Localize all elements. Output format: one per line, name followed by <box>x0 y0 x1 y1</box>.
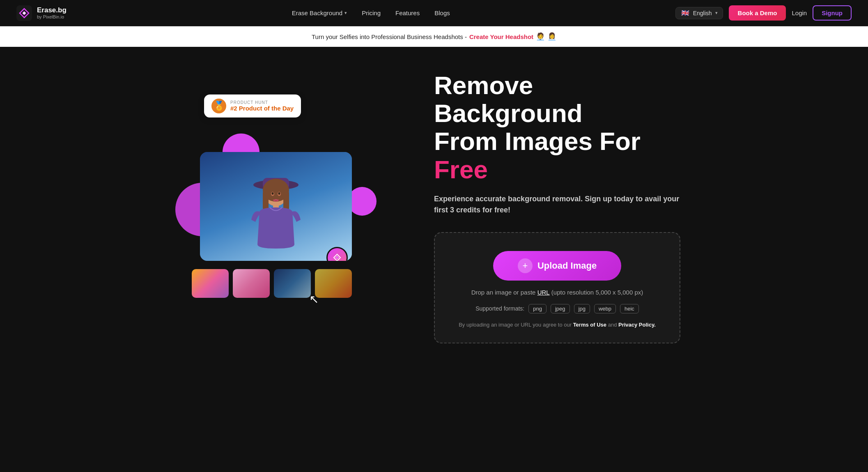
language-selector[interactable]: 🇬🇧 English ▾ <box>675 7 723 19</box>
chevron-down-icon: ▾ <box>344 10 347 16</box>
decorative-circle-4 <box>348 187 377 216</box>
hero-heading-line2: From Images For <box>434 127 641 155</box>
main-image-card <box>200 152 352 261</box>
hero-heading-line1: Remove Background <box>434 71 583 127</box>
product-hunt-label: PRODUCT HUNT <box>230 100 294 105</box>
svg-point-12 <box>278 192 280 195</box>
nav-blogs[interactable]: Blogs <box>434 9 450 16</box>
thumbnail-1[interactable] <box>192 269 229 298</box>
format-png: png <box>528 304 547 313</box>
logo-icon <box>16 5 32 21</box>
hero-subtext: Experience accurate background removal. … <box>434 193 689 216</box>
format-webp: webp <box>594 304 616 313</box>
formats-label: Supported formats: <box>475 305 524 312</box>
format-jpeg: jpeg <box>551 304 570 313</box>
login-button[interactable]: Login <box>792 9 807 16</box>
nav-erase-background[interactable]: Erase Background ▾ <box>292 9 347 16</box>
nav-features[interactable]: Features <box>395 9 420 16</box>
announcement-bar: Turn your Selfies into Professional Busi… <box>0 26 868 47</box>
product-hunt-badge: PRODUCT HUNT #2 Product of the Day <box>204 94 301 117</box>
model-image <box>200 152 352 261</box>
svg-rect-7 <box>283 190 289 211</box>
upload-area: + Upload Image Drop an image or paste UR… <box>434 232 680 343</box>
format-jpg: jpg <box>574 304 590 313</box>
plus-icon: + <box>518 258 533 273</box>
person-office-icon-2: 👩‍💼 <box>547 32 556 41</box>
announcement-text: Turn your Selfies into Professional Busi… <box>312 33 467 40</box>
svg-point-1 <box>23 12 25 14</box>
book-demo-button[interactable]: Book a Demo <box>729 5 786 21</box>
signup-button[interactable]: Signup <box>813 5 852 21</box>
product-hunt-title: #2 Product of the Day <box>230 105 294 112</box>
svg-point-13 <box>336 257 338 258</box>
thumbnail-4[interactable] <box>315 269 352 298</box>
brand-subtitle: by PixelBin.io <box>37 14 67 20</box>
brand-name: Erase.bg <box>37 6 67 14</box>
flag-uk-icon: 🇬🇧 <box>681 10 690 16</box>
hero-section: PRODUCT HUNT #2 Product of the Day <box>147 47 721 376</box>
product-hunt-text: PRODUCT HUNT #2 Product of the Day <box>230 100 294 112</box>
thumbnail-3[interactable] <box>274 269 311 298</box>
brand-logo[interactable]: Erase.bg by PixelBin.io <box>16 5 67 21</box>
svg-point-11 <box>272 192 274 195</box>
navbar: Erase.bg by PixelBin.io Erase Background… <box>0 0 868 26</box>
thumbnail-2[interactable] <box>233 269 270 298</box>
brand-text: Erase.bg by PixelBin.io <box>37 6 67 20</box>
drop-hint: Drop an image or paste URL (upto resolut… <box>471 289 643 296</box>
thumbnail-strip <box>192 269 352 298</box>
language-label: English <box>693 10 712 16</box>
terms-of-use-link[interactable]: Terms of Use <box>573 322 606 328</box>
hero-content: Remove Background From Images For Free E… <box>426 71 689 343</box>
format-heic: heic <box>620 304 639 313</box>
nav-pricing[interactable]: Pricing <box>362 9 381 16</box>
woman-silhouette <box>239 162 313 261</box>
hero-heading-free: Free <box>434 155 488 184</box>
formats-row: Supported formats: png jpeg jpg webp hei… <box>475 304 639 313</box>
url-link[interactable]: URL <box>537 289 550 296</box>
privacy-policy-link[interactable]: Privacy Policy. <box>618 322 656 328</box>
nav-links: Erase Background ▾ Pricing Features Blog… <box>292 9 450 16</box>
create-headshot-link[interactable]: Create Your Headshot <box>469 33 533 40</box>
chevron-down-icon: ▾ <box>715 10 718 16</box>
medal-icon <box>211 99 226 113</box>
person-office-icon: 🧑‍💼 <box>536 32 545 41</box>
cursor-icon: ↖ <box>309 292 319 306</box>
hero-image-showcase: PRODUCT HUNT #2 Product of the Day <box>179 92 377 322</box>
terms-text: By uploading an image or URL you agree t… <box>459 322 656 328</box>
hero-heading: Remove Background From Images For Free <box>434 71 689 184</box>
navbar-actions: 🇬🇧 English ▾ Book a Demo Login Signup <box>675 5 852 21</box>
svg-rect-6 <box>263 190 269 211</box>
upload-image-button[interactable]: + Upload Image <box>493 251 621 281</box>
